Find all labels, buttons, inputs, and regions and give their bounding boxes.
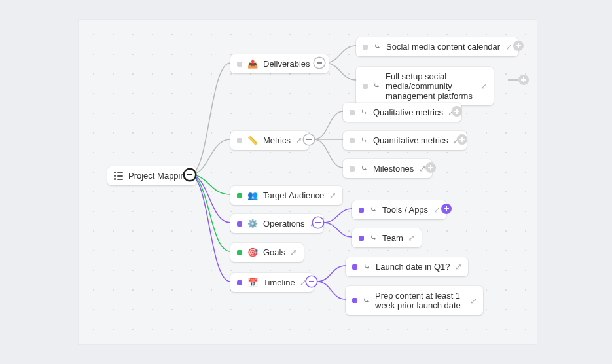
bullet-icon (359, 236, 364, 241)
collapse-root-icon[interactable] (185, 170, 195, 180)
bullet-icon (237, 250, 242, 255)
mindmap-canvas[interactable]: Project Mapping 📤 Deliverables ⤢ ⤷ Socia… (79, 20, 537, 344)
node-deliverables-child[interactable]: ⤷ Full setup social media/community mana… (356, 67, 494, 105)
subtask-icon: ⤷ (373, 43, 381, 51)
deliverables-emoji-icon: 📤 (247, 59, 258, 69)
timeline-emoji-icon: 📅 (247, 278, 258, 287)
node-label: Full setup social media/community manage… (386, 71, 475, 101)
expand-arrows-icon[interactable]: ⤢ (329, 192, 336, 199)
node-operations-child[interactable]: ⤷ Team ⤢ (352, 228, 422, 247)
bullet-icon (237, 280, 242, 285)
expand-arrows-icon[interactable]: ⤢ (455, 264, 461, 270)
collapse-joint-icon[interactable] (313, 217, 323, 228)
bullet-icon (363, 45, 368, 50)
audience-emoji-icon: 👥 (247, 191, 258, 200)
node-operations[interactable]: ⚙️ Operations ⤢ (230, 214, 323, 233)
bullet-icon (237, 62, 242, 67)
node-label: Milestones (373, 164, 414, 173)
add-child-button[interactable] (518, 75, 529, 85)
bullet-icon (352, 264, 357, 270)
expand-arrows-icon[interactable]: ⤢ (296, 137, 302, 144)
node-goals[interactable]: 🎯 Goals ⤢ (230, 243, 304, 262)
node-metrics-child[interactable]: ⤷ Quantitative metrics ⤢ (343, 131, 467, 150)
expand-arrows-icon[interactable]: ⤢ (470, 297, 477, 304)
node-label: Social media content calendar (386, 42, 500, 52)
subtask-icon: ⤷ (363, 297, 370, 304)
expand-arrows-icon[interactable]: ⤢ (505, 44, 512, 50)
bullet-icon (352, 298, 357, 303)
bullet-icon (359, 208, 364, 213)
add-child-button[interactable] (452, 106, 462, 117)
collapse-joint-icon[interactable] (306, 276, 317, 287)
bullet-icon (350, 138, 355, 143)
node-metrics[interactable]: 📏 Metrics ⤢ (230, 131, 309, 150)
node-target-audience[interactable]: 👥 Target Audience ⤢ (230, 186, 342, 205)
node-label: Prep content at least 1 week prior launc… (375, 291, 465, 310)
node-deliverables-child[interactable]: ⤷ Social media content calendar ⤢ (356, 37, 518, 56)
node-timeline[interactable]: 📅 Timeline ⤢ (230, 273, 314, 292)
subtask-icon: ⤷ (369, 206, 377, 214)
node-label: Team (382, 233, 403, 243)
node-operations-child[interactable]: ⤷ Tools / Apps ⤢ (352, 200, 446, 219)
node-label: Qualitative metrics (373, 107, 443, 117)
add-child-button[interactable] (425, 162, 436, 173)
bullet-icon (350, 110, 355, 115)
subtask-icon: ⤷ (373, 82, 380, 90)
add-child-button[interactable] (457, 134, 467, 145)
node-metrics-child[interactable]: ⤷ Qualitative metrics ⤢ (343, 103, 461, 122)
collapse-joint-icon[interactable] (314, 58, 325, 68)
subtask-icon: ⤷ (363, 263, 370, 271)
metrics-emoji-icon: 📏 (247, 136, 258, 145)
node-label: Launch date in Q1? (376, 262, 450, 272)
subtask-icon: ⤷ (360, 109, 368, 117)
node-label: Project Mapping (128, 171, 190, 181)
expand-arrows-icon[interactable]: ⤢ (433, 207, 440, 213)
expand-arrows-icon[interactable]: ⤢ (480, 83, 487, 90)
subtask-icon: ⤷ (360, 165, 368, 173)
add-child-button[interactable] (441, 204, 452, 214)
expand-arrows-icon[interactable]: ⤢ (408, 235, 415, 242)
add-child-button[interactable] (513, 41, 524, 51)
node-label: Target Audience (263, 191, 324, 200)
bullet-icon (237, 193, 242, 198)
bullet-icon (350, 166, 355, 172)
node-label: Quantitative metrics (373, 136, 448, 145)
node-root[interactable]: Project Mapping (107, 166, 196, 185)
node-timeline-child[interactable]: ⤷ Prep content at least 1 week prior lau… (346, 286, 483, 315)
bullet-icon (237, 221, 242, 227)
subtask-icon: ⤷ (369, 234, 377, 242)
goals-emoji-icon: 🎯 (247, 247, 258, 257)
expand-arrows-icon[interactable]: ⤢ (291, 249, 297, 256)
bullet-icon (237, 138, 242, 143)
collapse-joint-icon[interactable] (304, 134, 314, 145)
node-label: Goals (263, 247, 285, 257)
operations-emoji-icon: ⚙️ (247, 219, 258, 228)
node-timeline-child[interactable]: ⤷ Launch date in Q1? ⤢ (346, 257, 468, 276)
subtask-icon: ⤷ (360, 137, 368, 145)
node-metrics-child[interactable]: ⤷ Milestones ⤢ (343, 159, 432, 178)
expand-arrows-icon[interactable]: ⤢ (419, 166, 425, 172)
node-label: Tools / Apps (382, 205, 428, 215)
node-label: Deliverables (263, 59, 310, 69)
node-label: Operations (263, 219, 305, 228)
node-label: Timeline (263, 278, 295, 287)
node-label: Metrics (263, 136, 291, 145)
bullet-icon (363, 84, 368, 89)
list-icon (114, 172, 123, 180)
node-deliverables[interactable]: 📤 Deliverables ⤢ (230, 54, 329, 73)
